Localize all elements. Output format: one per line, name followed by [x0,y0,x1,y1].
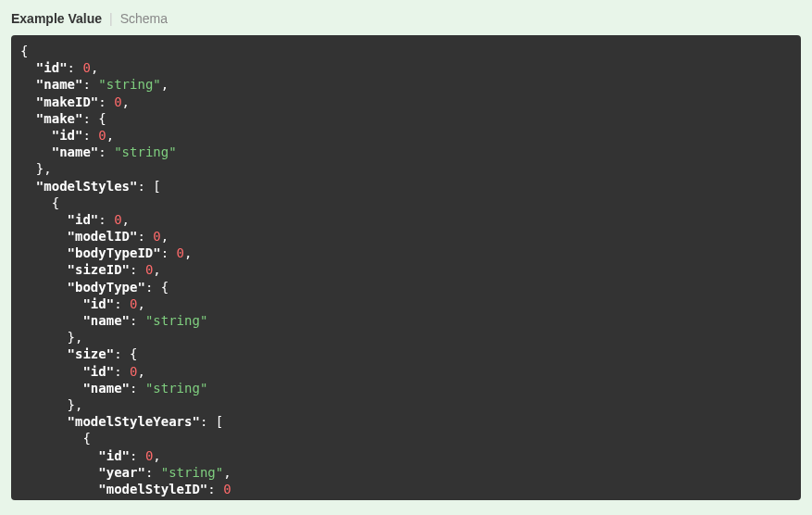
tab-example-value[interactable]: Example Value [11,11,102,26]
tab-schema[interactable]: Schema [120,11,168,26]
code-example-container[interactable]: { "id": 0, "name": "string", "makeID": 0… [11,35,801,500]
tab-divider: | [109,11,113,26]
code-block: { "id": 0, "name": "string", "makeID": 0… [11,35,801,500]
tabs-header: Example Value | Schema [0,0,812,35]
